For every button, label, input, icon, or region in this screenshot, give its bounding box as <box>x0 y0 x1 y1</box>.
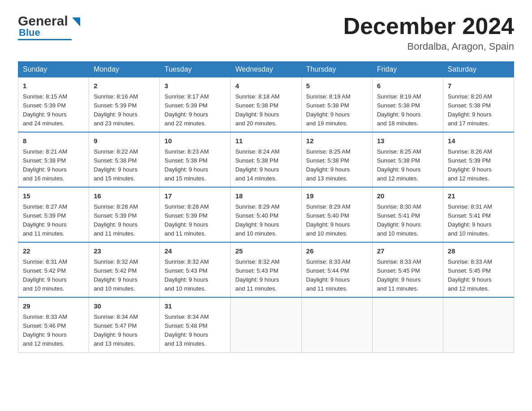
day-info: Sunrise: 8:33 AMSunset: 5:45 PMDaylight:… <box>377 258 421 292</box>
header-wednesday: Wednesday <box>231 62 301 77</box>
table-row: 25 Sunrise: 8:32 AMSunset: 5:43 PMDaylig… <box>231 242 301 297</box>
table-row: 11 Sunrise: 8:24 AMSunset: 5:38 PMDaylig… <box>231 132 301 187</box>
day-number: 8 <box>23 136 84 146</box>
day-number: 28 <box>448 246 509 257</box>
table-row: 1 Sunrise: 8:15 AMSunset: 5:39 PMDayligh… <box>18 77 89 133</box>
day-number: 3 <box>164 81 226 91</box>
table-row: 6 Sunrise: 8:19 AMSunset: 5:38 PMDayligh… <box>372 77 443 133</box>
day-info: Sunrise: 8:21 AMSunset: 5:38 PMDaylight:… <box>23 148 67 182</box>
day-number: 11 <box>235 136 296 146</box>
day-info: Sunrise: 8:19 AMSunset: 5:38 PMDaylight:… <box>377 93 421 127</box>
day-number: 6 <box>377 81 438 91</box>
day-number: 2 <box>94 81 155 91</box>
table-row: 20 Sunrise: 8:30 AMSunset: 5:41 PMDaylig… <box>372 187 443 242</box>
day-number: 24 <box>164 246 226 257</box>
day-info: Sunrise: 8:18 AMSunset: 5:38 PMDaylight:… <box>235 93 279 127</box>
day-info: Sunrise: 8:30 AMSunset: 5:41 PMDaylight:… <box>377 203 421 237</box>
table-row: 22 Sunrise: 8:31 AMSunset: 5:42 PMDaylig… <box>18 242 89 297</box>
table-row: 17 Sunrise: 8:28 AMSunset: 5:39 PMDaylig… <box>160 187 231 242</box>
table-row <box>443 297 514 352</box>
table-row: 29 Sunrise: 8:33 AMSunset: 5:46 PMDaylig… <box>18 297 89 352</box>
day-number: 25 <box>235 246 296 257</box>
logo: General Blue <box>18 13 80 40</box>
day-number: 21 <box>448 191 509 201</box>
day-number: 29 <box>23 301 84 312</box>
day-number: 16 <box>94 191 155 201</box>
day-info: Sunrise: 8:28 AMSunset: 5:39 PMDaylight:… <box>94 203 138 237</box>
calendar-week-row: 29 Sunrise: 8:33 AMSunset: 5:46 PMDaylig… <box>18 297 514 352</box>
header-saturday: Saturday <box>443 62 514 77</box>
calendar-week-row: 1 Sunrise: 8:15 AMSunset: 5:39 PMDayligh… <box>18 77 514 133</box>
table-row: 12 Sunrise: 8:25 AMSunset: 5:38 PMDaylig… <box>301 132 372 187</box>
table-row: 19 Sunrise: 8:29 AMSunset: 5:40 PMDaylig… <box>301 187 372 242</box>
table-row: 5 Sunrise: 8:19 AMSunset: 5:38 PMDayligh… <box>301 77 372 133</box>
day-number: 22 <box>23 246 84 257</box>
day-number: 1 <box>23 81 84 91</box>
day-number: 17 <box>164 191 226 201</box>
calendar-header-row: Sunday Monday Tuesday Wednesday Thursday… <box>18 62 514 77</box>
svg-marker-0 <box>72 17 80 26</box>
calendar-week-row: 22 Sunrise: 8:31 AMSunset: 5:42 PMDaylig… <box>18 242 514 297</box>
table-row: 27 Sunrise: 8:33 AMSunset: 5:45 PMDaylig… <box>372 242 443 297</box>
day-info: Sunrise: 8:29 AMSunset: 5:40 PMDaylight:… <box>306 203 351 237</box>
table-row: 8 Sunrise: 8:21 AMSunset: 5:38 PMDayligh… <box>18 132 89 187</box>
day-number: 7 <box>448 81 509 91</box>
table-row: 26 Sunrise: 8:33 AMSunset: 5:44 PMDaylig… <box>301 242 372 297</box>
table-row: 4 Sunrise: 8:18 AMSunset: 5:38 PMDayligh… <box>231 77 301 133</box>
table-row: 28 Sunrise: 8:33 AMSunset: 5:45 PMDaylig… <box>443 242 514 297</box>
page-header: General Blue December 2024 Bordalba, Ara… <box>18 13 514 52</box>
table-row: 14 Sunrise: 8:26 AMSunset: 5:39 PMDaylig… <box>443 132 514 187</box>
header-thursday: Thursday <box>301 62 372 77</box>
day-info: Sunrise: 8:27 AMSunset: 5:39 PMDaylight:… <box>23 203 67 237</box>
day-info: Sunrise: 8:25 AMSunset: 5:38 PMDaylight:… <box>306 148 351 182</box>
table-row: 30 Sunrise: 8:34 AMSunset: 5:47 PMDaylig… <box>89 297 160 352</box>
header-tuesday: Tuesday <box>160 62 231 77</box>
day-info: Sunrise: 8:32 AMSunset: 5:43 PMDaylight:… <box>164 258 209 292</box>
day-info: Sunrise: 8:29 AMSunset: 5:40 PMDaylight:… <box>235 203 279 237</box>
day-info: Sunrise: 8:19 AMSunset: 5:38 PMDaylight:… <box>306 93 351 127</box>
table-row: 16 Sunrise: 8:28 AMSunset: 5:39 PMDaylig… <box>89 187 160 242</box>
day-number: 23 <box>94 246 155 257</box>
logo-triangle-icon <box>72 17 80 26</box>
calendar-table: Sunday Monday Tuesday Wednesday Thursday… <box>18 61 514 352</box>
day-info: Sunrise: 8:28 AMSunset: 5:39 PMDaylight:… <box>164 203 209 237</box>
day-number: 4 <box>235 81 296 91</box>
logo-text: General <box>18 13 80 29</box>
header-sunday: Sunday <box>18 62 89 77</box>
table-row <box>231 297 301 352</box>
table-row: 21 Sunrise: 8:31 AMSunset: 5:41 PMDaylig… <box>443 187 514 242</box>
table-row: 2 Sunrise: 8:16 AMSunset: 5:39 PMDayligh… <box>89 77 160 133</box>
day-info: Sunrise: 8:33 AMSunset: 5:44 PMDaylight:… <box>306 258 351 292</box>
title-area: December 2024 Bordalba, Aragon, Spain <box>343 13 514 52</box>
day-info: Sunrise: 8:32 AMSunset: 5:42 PMDaylight:… <box>94 258 138 292</box>
table-row: 23 Sunrise: 8:32 AMSunset: 5:42 PMDaylig… <box>89 242 160 297</box>
day-info: Sunrise: 8:33 AMSunset: 5:45 PMDaylight:… <box>448 258 492 292</box>
table-row: 15 Sunrise: 8:27 AMSunset: 5:39 PMDaylig… <box>18 187 89 242</box>
day-info: Sunrise: 8:31 AMSunset: 5:41 PMDaylight:… <box>448 203 492 237</box>
table-row: 9 Sunrise: 8:22 AMSunset: 5:38 PMDayligh… <box>89 132 160 187</box>
day-number: 9 <box>94 136 155 146</box>
day-info: Sunrise: 8:16 AMSunset: 5:39 PMDaylight:… <box>94 93 138 127</box>
table-row: 13 Sunrise: 8:25 AMSunset: 5:38 PMDaylig… <box>372 132 443 187</box>
logo-underline <box>18 39 72 40</box>
day-number: 18 <box>235 191 296 201</box>
table-row: 18 Sunrise: 8:29 AMSunset: 5:40 PMDaylig… <box>231 187 301 242</box>
day-info: Sunrise: 8:34 AMSunset: 5:48 PMDaylight:… <box>164 313 209 347</box>
table-row: 24 Sunrise: 8:32 AMSunset: 5:43 PMDaylig… <box>160 242 231 297</box>
day-number: 12 <box>306 136 368 146</box>
table-row: 3 Sunrise: 8:17 AMSunset: 5:39 PMDayligh… <box>160 77 231 133</box>
day-info: Sunrise: 8:24 AMSunset: 5:38 PMDaylight:… <box>235 148 279 182</box>
day-info: Sunrise: 8:31 AMSunset: 5:42 PMDaylight:… <box>23 258 67 292</box>
table-row: 31 Sunrise: 8:34 AMSunset: 5:48 PMDaylig… <box>160 297 231 352</box>
day-number: 19 <box>306 191 368 201</box>
day-info: Sunrise: 8:22 AMSunset: 5:38 PMDaylight:… <box>94 148 138 182</box>
day-number: 26 <box>306 246 368 257</box>
day-number: 31 <box>164 301 226 312</box>
day-info: Sunrise: 8:32 AMSunset: 5:43 PMDaylight:… <box>235 258 279 292</box>
day-info: Sunrise: 8:20 AMSunset: 5:38 PMDaylight:… <box>448 93 492 127</box>
day-number: 30 <box>94 301 155 312</box>
day-info: Sunrise: 8:23 AMSunset: 5:38 PMDaylight:… <box>164 148 209 182</box>
day-number: 15 <box>23 191 84 201</box>
day-number: 14 <box>448 136 509 146</box>
day-number: 13 <box>377 136 438 146</box>
